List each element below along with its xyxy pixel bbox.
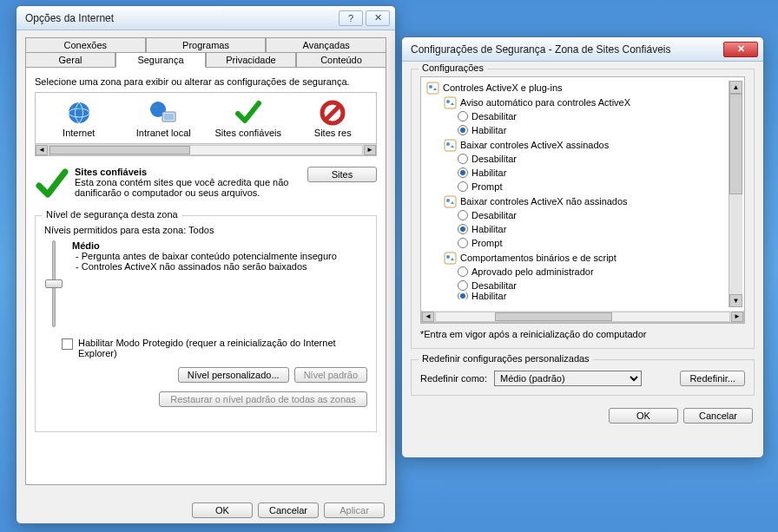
radio-icon[interactable] [458, 224, 468, 234]
tab-security[interactable]: Segurança [115, 52, 206, 68]
scroll-up-icon[interactable]: ▲ [729, 81, 742, 94]
category-icon [444, 96, 457, 109]
security-level-group: Nível de segurança desta zona Níveis per… [35, 215, 377, 432]
svg-point-14 [446, 199, 450, 202]
apply-button[interactable]: Aplicar [324, 502, 385, 518]
settings-tree[interactable]: Controles ActiveX e plug-insAviso automá… [426, 81, 729, 307]
tab-connections[interactable]: Conexões [25, 37, 146, 53]
category-icon [444, 139, 457, 152]
reset-all-zones-button[interactable]: Restaurar o nível padrão de todas as zon… [159, 391, 367, 407]
checkmark-large-icon [35, 167, 69, 203]
protected-mode-checkbox[interactable] [62, 338, 73, 350]
tree-option[interactable]: Desabilitar [458, 279, 729, 292]
security-tab-panel: Selecione uma zona para exibir ou altera… [25, 67, 386, 485]
dialog-titlebar: Opções da Internet ? ✕ [16, 6, 395, 30]
category-icon [444, 195, 457, 208]
svg-rect-13 [445, 196, 456, 207]
zone-hint: Selecione uma zona para exibir ou altera… [35, 76, 377, 87]
level-description: Médio - Pergunta antes de baixar conteúd… [72, 240, 337, 327]
zone-desc-text: Esta zona contém sites que você acredita… [75, 177, 288, 198]
default-level-button[interactable]: Nível padrão [294, 367, 367, 383]
settings-listbox: Controles ActiveX e plug-insAviso automá… [420, 76, 745, 324]
zone-title: Sites confiáveis [75, 167, 147, 177]
tree-option[interactable]: Aprovado pelo administrador [458, 265, 729, 279]
dialog-body: Conexões Programas Avançadas Geral Segur… [16, 30, 395, 494]
svg-point-16 [446, 255, 450, 259]
radio-icon[interactable] [458, 125, 468, 135]
tree-option[interactable]: Desabilitar [458, 208, 729, 222]
tree-option[interactable]: Prompt [458, 180, 729, 194]
scroll-left-icon[interactable]: ◄ [422, 312, 434, 322]
group-legend: Configurações [419, 62, 487, 73]
zone-trusted[interactable]: Sites confiáveis [207, 96, 290, 141]
tab-general[interactable]: Geral [25, 52, 115, 68]
close-button[interactable]: ✕ [366, 10, 390, 26]
tree-option[interactable]: Habilitar [458, 292, 729, 299]
security-slider[interactable] [44, 240, 63, 327]
dialog-footer: OK Cancelar Aplicar [16, 494, 395, 524]
reset-level-select[interactable]: Médio (padrão) [494, 371, 642, 386]
footnote: *Entra em vigor após a reinicialização d… [420, 329, 745, 339]
zone-scrollbar[interactable]: ◄ ► [35, 144, 377, 156]
scroll-left-icon[interactable]: ◄ [36, 145, 48, 155]
zone-intranet[interactable]: Intranet local [122, 96, 206, 141]
help-button[interactable]: ? [339, 10, 363, 26]
svg-rect-4 [164, 114, 174, 120]
checkmark-icon [208, 98, 288, 128]
close-button[interactable]: ✕ [723, 42, 758, 57]
reset-group: Redefinir configurações personalizadas R… [411, 359, 755, 396]
reset-label: Redefinir como: [420, 373, 487, 384]
security-settings-dialog: Configurações de Segurança - Zona de Sit… [401, 36, 764, 458]
ok-button[interactable]: OK [609, 408, 678, 424]
zone-description: Sites confiáveis Esta zona contém sites … [35, 167, 377, 203]
radio-icon[interactable] [458, 167, 468, 178]
dialog-body: Configurações Controles ActiveX e plug-i… [402, 62, 763, 432]
tree-option[interactable]: Prompt [458, 236, 729, 250]
scroll-right-icon[interactable]: ► [731, 312, 743, 322]
radio-icon[interactable] [458, 210, 468, 220]
group-legend: Redefinir configurações personalizadas [419, 353, 593, 364]
cancel-button[interactable]: Cancelar [258, 502, 319, 518]
radio-icon[interactable] [458, 280, 468, 291]
radio-icon[interactable] [458, 111, 468, 122]
zone-restricted[interactable]: Sites res [292, 96, 375, 141]
zone-internet[interactable]: Internet [37, 96, 121, 141]
tree-subcategory[interactable]: Baixar controles ActiveX assinados [444, 138, 729, 152]
tree-option[interactable]: Habilitar [458, 222, 729, 236]
tree-option[interactable]: Habilitar [458, 123, 729, 137]
tree-option[interactable]: Desabilitar [458, 152, 729, 166]
globe-monitor-icon [124, 98, 204, 128]
reset-button[interactable]: Redefinir... [680, 371, 745, 386]
dialog-footer: OK Cancelar [411, 396, 755, 424]
custom-level-button[interactable]: Nível personalizado... [178, 367, 289, 383]
svg-point-12 [446, 142, 450, 146]
radio-icon[interactable] [458, 292, 468, 299]
radio-icon[interactable] [458, 181, 468, 192]
tab-programs[interactable]: Programas [146, 37, 267, 53]
svg-rect-9 [445, 97, 456, 108]
prohibited-icon [293, 98, 373, 128]
tree-subcategory[interactable]: Aviso automático para controles ActiveX [444, 95, 729, 109]
tree-option[interactable]: Habilitar [458, 166, 729, 180]
svg-rect-15 [445, 253, 456, 264]
vertical-scrollbar[interactable]: ▲ ▼ [729, 81, 742, 307]
ok-button[interactable]: OK [192, 502, 253, 518]
tree-subcategory[interactable]: Baixar controles ActiveX não assinados [444, 194, 729, 208]
tab-privacy[interactable]: Privacidade [206, 52, 296, 68]
tree-category[interactable]: Controles ActiveX e plug-ins [426, 81, 729, 95]
scroll-down-icon[interactable]: ▼ [729, 294, 742, 307]
scroll-right-icon[interactable]: ► [364, 145, 376, 155]
radio-icon[interactable] [458, 266, 468, 277]
radio-icon[interactable] [458, 238, 468, 248]
tree-subcategory[interactable]: Comportamentos binários e de script [444, 251, 729, 265]
cancel-button[interactable]: Cancelar [683, 408, 753, 424]
radio-icon[interactable] [458, 154, 468, 164]
tree-option[interactable]: Desabilitar [458, 109, 729, 123]
category-icon [426, 82, 439, 95]
tab-advanced[interactable]: Avançadas [266, 37, 386, 53]
category-icon [444, 252, 457, 265]
tab-content[interactable]: Conteúdo [296, 52, 386, 68]
svg-rect-11 [445, 140, 456, 151]
horizontal-scrollbar[interactable]: ◄ ► [421, 311, 744, 323]
sites-button[interactable]: Sites [307, 167, 377, 182]
